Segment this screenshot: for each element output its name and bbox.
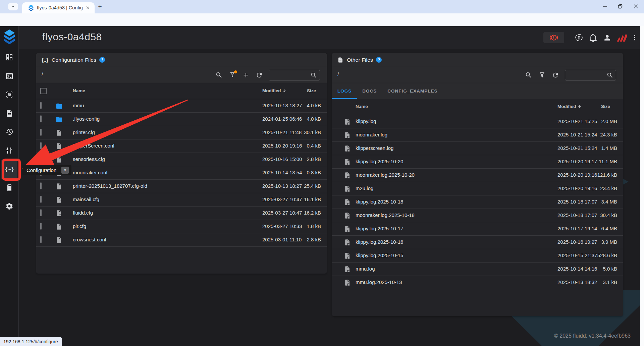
fluidd-app: flyos-0a4d58 — [0, 26, 640, 346]
browser-toolbar: Not secure 192.168.1.125/?printer=24282e… — [0, 13, 644, 26]
window-minimize-button[interactable] — [602, 3, 608, 9]
tab-close-icon[interactable] — [86, 5, 90, 10]
browser-tab[interactable]: flyos-0a4d58 | Configuration — [22, 2, 95, 13]
browser-chrome: flyos-0a4d58 | Configuration + Not secur… — [0, 0, 644, 26]
new-tab-button[interactable]: + — [97, 3, 103, 10]
chevron-down-icon — [11, 5, 15, 9]
tab-strip: flyos-0a4d58 | Configuration + — [0, 0, 644, 13]
window-close-button[interactable] — [633, 3, 639, 9]
tab-search-button[interactable] — [8, 3, 18, 10]
status-bar: 192.168.1.125/#/configure — [0, 337, 62, 346]
annotation-arrow — [0, 26, 640, 346]
tooltip-close-button[interactable]: x — [61, 167, 69, 174]
annotation-rectangle — [2, 159, 21, 181]
tooltip-label: Configuration — [26, 167, 56, 173]
tab-title: flyos-0a4d58 | Configuration — [37, 5, 83, 10]
configuration-tooltip: Configuration x — [22, 165, 71, 175]
page-scrollbar[interactable] — [640, 26, 644, 346]
window-restore-button[interactable] — [617, 3, 623, 9]
fluidd-favicon — [28, 5, 34, 11]
